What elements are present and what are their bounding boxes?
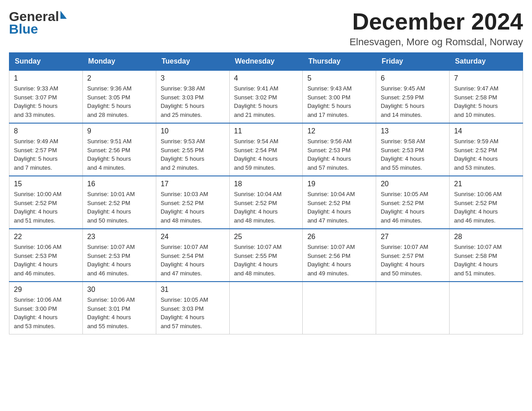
calendar-day-cell: 2 Sunrise: 9:36 AMSunset: 3:05 PMDayligh… <box>82 70 156 123</box>
day-number: 23 <box>87 233 151 241</box>
calendar-header-row: SundayMondayTuesdayWednesdayThursdayFrid… <box>9 53 523 71</box>
day-info: Sunrise: 9:47 AMSunset: 2:58 PMDaylight:… <box>454 85 498 118</box>
day-number: 26 <box>307 233 371 241</box>
day-info: Sunrise: 10:06 AMSunset: 3:00 PMDaylight… <box>14 296 61 330</box>
logo-blue-text: Blue <box>9 21 38 37</box>
calendar-day-cell: 15 Sunrise: 10:00 AMSunset: 2:52 PMDayli… <box>9 176 83 229</box>
day-info: Sunrise: 10:04 AMSunset: 2:52 PMDaylight… <box>234 191 282 224</box>
day-number: 4 <box>234 74 298 82</box>
day-number: 2 <box>87 74 151 82</box>
page-header: General Blue December 2024 Elnesvagen, M… <box>9 9 523 48</box>
calendar-day-cell: 3 Sunrise: 9:38 AMSunset: 3:03 PMDayligh… <box>156 70 229 123</box>
day-number: 28 <box>454 233 518 241</box>
day-info: Sunrise: 9:49 AMSunset: 2:57 PMDaylight:… <box>14 138 58 171</box>
day-number: 16 <box>87 180 151 188</box>
day-number: 13 <box>381 127 445 135</box>
day-number: 18 <box>234 180 298 188</box>
day-info: Sunrise: 10:01 AMSunset: 2:52 PMDaylight… <box>87 191 135 224</box>
day-number: 5 <box>307 74 371 82</box>
day-info: Sunrise: 10:05 AMSunset: 2:52 PMDaylight… <box>381 191 428 224</box>
day-number: 9 <box>87 127 151 135</box>
day-number: 11 <box>234 127 298 135</box>
col-header-thursday: Thursday <box>303 53 376 71</box>
day-info: Sunrise: 9:33 AMSunset: 3:07 PMDaylight:… <box>14 85 58 118</box>
day-info: Sunrise: 10:00 AMSunset: 2:52 PMDaylight… <box>14 191 61 224</box>
calendar-table: SundayMondayTuesdayWednesdayThursdayFrid… <box>9 52 523 334</box>
calendar-day-cell: 10 Sunrise: 9:53 AMSunset: 2:55 PMDaylig… <box>156 123 229 176</box>
day-number: 7 <box>454 74 518 82</box>
calendar-day-cell: 31 Sunrise: 10:05 AMSunset: 3:03 PMDayli… <box>156 282 229 334</box>
day-info: Sunrise: 10:04 AMSunset: 2:52 PMDaylight… <box>307 191 355 224</box>
col-header-wednesday: Wednesday <box>229 53 303 71</box>
day-info: Sunrise: 9:53 AMSunset: 2:55 PMDaylight:… <box>161 138 205 171</box>
calendar-day-cell: 14 Sunrise: 9:59 AMSunset: 2:52 PMDaylig… <box>450 123 523 176</box>
day-number: 31 <box>161 286 225 294</box>
day-info: Sunrise: 10:03 AMSunset: 2:52 PMDaylight… <box>161 191 208 224</box>
day-number: 21 <box>454 180 518 188</box>
day-number: 19 <box>307 180 371 188</box>
calendar-day-cell: 27 Sunrise: 10:07 AMSunset: 2:57 PMDayli… <box>376 229 450 282</box>
day-info: Sunrise: 10:05 AMSunset: 3:03 PMDaylight… <box>161 296 208 330</box>
day-number: 10 <box>161 127 225 135</box>
calendar-day-cell: 29 Sunrise: 10:06 AMSunset: 3:00 PMDayli… <box>9 282 83 334</box>
day-number: 29 <box>14 286 78 294</box>
day-number: 3 <box>161 74 225 82</box>
day-number: 24 <box>161 233 225 241</box>
calendar-day-cell: 12 Sunrise: 9:56 AMSunset: 2:53 PMDaylig… <box>303 123 376 176</box>
calendar-week-row: 29 Sunrise: 10:06 AMSunset: 3:00 PMDayli… <box>9 282 523 334</box>
day-info: Sunrise: 9:58 AMSunset: 2:53 PMDaylight:… <box>381 138 425 171</box>
day-info: Sunrise: 10:06 AMSunset: 2:53 PMDaylight… <box>14 244 61 277</box>
empty-cell <box>450 282 523 334</box>
day-number: 22 <box>14 233 78 241</box>
calendar-day-cell: 11 Sunrise: 9:54 AMSunset: 2:54 PMDaylig… <box>229 123 303 176</box>
col-header-saturday: Saturday <box>450 53 523 71</box>
day-number: 20 <box>381 180 445 188</box>
empty-cell <box>376 282 450 334</box>
day-info: Sunrise: 9:45 AMSunset: 2:59 PMDaylight:… <box>381 85 425 118</box>
day-info: Sunrise: 9:51 AMSunset: 2:56 PMDaylight:… <box>87 138 132 171</box>
day-info: Sunrise: 10:06 AMSunset: 3:01 PMDaylight… <box>87 296 135 330</box>
col-header-friday: Friday <box>376 53 450 71</box>
calendar-day-cell: 24 Sunrise: 10:07 AMSunset: 2:54 PMDayli… <box>156 229 229 282</box>
calendar-day-cell: 1 Sunrise: 9:33 AMSunset: 3:07 PMDayligh… <box>9 70 83 123</box>
logo-arrow-icon <box>60 11 67 19</box>
location-title: Elnesvagen, More og Romsdal, Norway <box>349 36 523 48</box>
day-info: Sunrise: 9:41 AMSunset: 3:02 PMDaylight:… <box>234 85 279 118</box>
calendar-week-row: 22 Sunrise: 10:06 AMSunset: 2:53 PMDayli… <box>9 229 523 282</box>
day-info: Sunrise: 10:07 AMSunset: 2:53 PMDaylight… <box>87 244 135 277</box>
calendar-day-cell: 20 Sunrise: 10:05 AMSunset: 2:52 PMDayli… <box>376 176 450 229</box>
day-number: 8 <box>14 127 78 135</box>
calendar-day-cell: 6 Sunrise: 9:45 AMSunset: 2:59 PMDayligh… <box>376 70 450 123</box>
month-title: December 2024 <box>349 9 523 34</box>
day-info: Sunrise: 10:07 AMSunset: 2:55 PMDaylight… <box>234 244 282 277</box>
day-number: 14 <box>454 127 518 135</box>
day-info: Sunrise: 9:36 AMSunset: 3:05 PMDaylight:… <box>87 85 132 118</box>
day-number: 15 <box>14 180 78 188</box>
calendar-day-cell: 26 Sunrise: 10:07 AMSunset: 2:56 PMDayli… <box>303 229 376 282</box>
logo: General Blue <box>9 9 67 37</box>
calendar-day-cell: 21 Sunrise: 10:06 AMSunset: 2:52 PMDayli… <box>450 176 523 229</box>
day-info: Sunrise: 9:54 AMSunset: 2:54 PMDaylight:… <box>234 138 279 171</box>
day-number: 17 <box>161 180 225 188</box>
calendar-day-cell: 17 Sunrise: 10:03 AMSunset: 2:52 PMDayli… <box>156 176 229 229</box>
calendar-day-cell: 30 Sunrise: 10:06 AMSunset: 3:01 PMDayli… <box>82 282 156 334</box>
col-header-sunday: Sunday <box>9 53 83 71</box>
calendar-day-cell: 25 Sunrise: 10:07 AMSunset: 2:55 PMDayli… <box>229 229 303 282</box>
empty-cell <box>303 282 376 334</box>
calendar-day-cell: 9 Sunrise: 9:51 AMSunset: 2:56 PMDayligh… <box>82 123 156 176</box>
day-info: Sunrise: 9:38 AMSunset: 3:03 PMDaylight:… <box>161 85 205 118</box>
day-info: Sunrise: 9:43 AMSunset: 3:00 PMDaylight:… <box>307 85 352 118</box>
calendar-day-cell: 8 Sunrise: 9:49 AMSunset: 2:57 PMDayligh… <box>9 123 83 176</box>
calendar-day-cell: 13 Sunrise: 9:58 AMSunset: 2:53 PMDaylig… <box>376 123 450 176</box>
calendar-day-cell: 19 Sunrise: 10:04 AMSunset: 2:52 PMDayli… <box>303 176 376 229</box>
day-info: Sunrise: 9:56 AMSunset: 2:53 PMDaylight:… <box>307 138 352 171</box>
day-info: Sunrise: 10:07 AMSunset: 2:56 PMDaylight… <box>307 244 355 277</box>
day-number: 1 <box>14 74 78 82</box>
calendar-day-cell: 4 Sunrise: 9:41 AMSunset: 3:02 PMDayligh… <box>229 70 303 123</box>
calendar-day-cell: 28 Sunrise: 10:07 AMSunset: 2:58 PMDayli… <box>450 229 523 282</box>
calendar-week-row: 15 Sunrise: 10:00 AMSunset: 2:52 PMDayli… <box>9 176 523 229</box>
calendar-day-cell: 23 Sunrise: 10:07 AMSunset: 2:53 PMDayli… <box>82 229 156 282</box>
calendar-day-cell: 18 Sunrise: 10:04 AMSunset: 2:52 PMDayli… <box>229 176 303 229</box>
calendar-week-row: 8 Sunrise: 9:49 AMSunset: 2:57 PMDayligh… <box>9 123 523 176</box>
calendar-day-cell: 16 Sunrise: 10:01 AMSunset: 2:52 PMDayli… <box>82 176 156 229</box>
